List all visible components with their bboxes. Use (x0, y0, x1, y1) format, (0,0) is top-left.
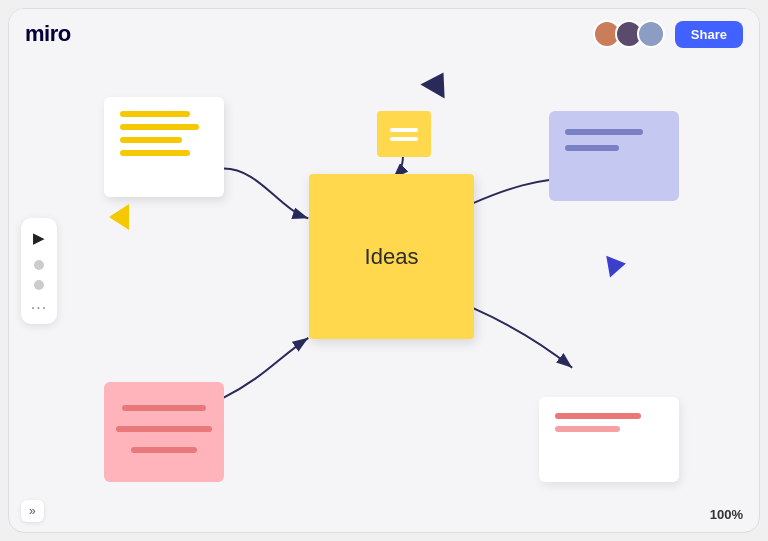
tr-line-2 (565, 145, 619, 151)
header-right: Share (593, 20, 743, 48)
card-line-4 (120, 150, 190, 156)
central-note-label: Ideas (365, 244, 419, 270)
yellow-triangle (109, 204, 129, 230)
blue-triangle (606, 253, 628, 278)
br-line-2 (555, 426, 620, 432)
avatars-group (593, 20, 665, 48)
canvas: Ideas (9, 59, 759, 532)
cursor-tool[interactable]: ▶ (27, 226, 51, 250)
br-line-1 (555, 413, 641, 419)
app-frame: miro Share ▶ ··· (8, 8, 760, 533)
card-topleft[interactable] (104, 97, 224, 197)
avatar-3[interactable] (637, 20, 665, 48)
tool-dot-1[interactable] (34, 260, 44, 270)
central-note[interactable]: Ideas (309, 174, 474, 339)
share-button[interactable]: Share (675, 21, 743, 48)
tool-dot-2[interactable] (34, 280, 44, 290)
bl-line-1 (122, 405, 206, 411)
card-line-3 (120, 137, 182, 143)
zoom-level: 100% (710, 507, 743, 522)
bl-line-2 (116, 426, 212, 432)
mini-note-line-1 (390, 128, 418, 132)
card-bottomright[interactable] (539, 397, 679, 482)
header: miro Share (9, 9, 759, 59)
mini-note-line-2 (390, 137, 418, 141)
tr-line-1 (565, 129, 643, 135)
bl-line-3 (131, 447, 197, 453)
dark-triangle-top (420, 65, 455, 98)
card-topright[interactable] (549, 111, 679, 201)
expand-button[interactable]: » (21, 500, 44, 522)
more-tools-icon[interactable]: ··· (31, 300, 47, 316)
left-toolbar: ▶ ··· (21, 218, 57, 324)
card-line-1 (120, 111, 190, 117)
mini-note-top[interactable] (377, 111, 431, 157)
logo: miro (25, 21, 71, 47)
card-bottomleft[interactable] (104, 382, 224, 482)
card-line-2 (120, 124, 199, 130)
